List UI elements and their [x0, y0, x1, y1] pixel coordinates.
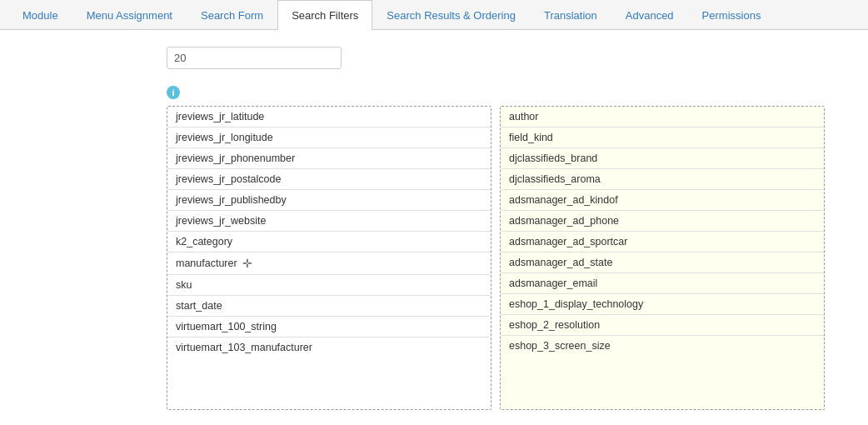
list-item-label: adsmanager_ad_kindof	[509, 194, 618, 206]
list-item-label: adsmanager_ad_sportcar	[509, 236, 627, 248]
list-item-label: sku	[176, 279, 192, 291]
list-item[interactable]: eshop_1_display_technology	[501, 294, 824, 315]
list-item[interactable]: adsmanager_email	[501, 273, 824, 294]
left-list-box[interactable]: jreviews_jr_latitudejreviews_jr_longitud…	[167, 106, 491, 410]
list-item-label: eshop_1_display_technology	[509, 298, 643, 310]
list-item-label: jreviews_jr_phonenumber	[176, 152, 295, 164]
terms-size-input[interactable]	[167, 47, 342, 69]
tab-search-filters[interactable]: Search Filters	[277, 0, 372, 30]
tab-permissions[interactable]: Permissions	[688, 0, 776, 30]
list-item-label: eshop_2_resolution	[509, 319, 600, 331]
list-item[interactable]: jreviews_jr_website	[167, 211, 491, 232]
info-text-row: i	[167, 86, 851, 99]
list-item-label: adsmanager_ad_phone	[509, 215, 619, 227]
list-item-label: adsmanager_ad_state	[509, 257, 612, 268]
filters-content: i jreviews_jr_latitudejreviews_jr_longit…	[167, 86, 851, 410]
search-filters-label	[17, 86, 167, 89]
list-item-label: jreviews_jr_website	[176, 215, 266, 227]
list-item[interactable]: adsmanager_ad_phone	[501, 211, 824, 232]
list-item[interactable]: eshop_3_screen_size	[501, 336, 824, 356]
list-item[interactable]: jreviews_jr_latitude	[167, 107, 491, 128]
list-item[interactable]: virtuemart_103_manufacturer	[167, 338, 491, 358]
terms-size-row	[17, 47, 851, 69]
search-filters-row: i jreviews_jr_latitudejreviews_jr_longit…	[17, 86, 851, 410]
list-item-label: djclassifieds_brand	[509, 152, 597, 164]
tab-search-results-ordering[interactable]: Search Results & Ordering	[372, 0, 530, 30]
right-list-box[interactable]: authorfield_kinddjclassifieds_branddjcla…	[500, 106, 825, 410]
list-item-label: field_kind	[509, 132, 553, 143]
tab-advanced[interactable]: Advanced	[611, 0, 688, 30]
list-item-label: jreviews_jr_publishedby	[176, 194, 287, 206]
list-item[interactable]: jreviews_jr_longitude	[167, 128, 491, 148]
list-item[interactable]: virtuemart_100_string	[167, 317, 491, 338]
list-item[interactable]: author	[501, 107, 824, 128]
list-item-label: jreviews_jr_longitude	[176, 132, 273, 143]
list-item-label: k2_category	[176, 236, 232, 248]
list-item[interactable]: adsmanager_ad_sportcar	[501, 232, 824, 252]
list-item-label: virtuemart_100_string	[176, 321, 277, 332]
tabs-bar: ModuleMenu AssignmentSearch FormSearch F…	[0, 0, 868, 30]
list-item[interactable]: eshop_2_resolution	[501, 315, 824, 336]
tab-search-form[interactable]: Search Form	[187, 0, 277, 30]
drag-icon: ✛	[242, 257, 252, 270]
list-item[interactable]: jreviews_jr_phonenumber	[167, 148, 491, 169]
list-item[interactable]: jreviews_jr_postalcode	[167, 169, 491, 190]
list-item-label: virtuemart_103_manufacturer	[176, 342, 312, 353]
tab-module[interactable]: Module	[8, 0, 72, 30]
list-item[interactable]: k2_category	[167, 232, 491, 252]
list-item[interactable]: djclassifieds_aroma	[501, 169, 824, 190]
list-item[interactable]: adsmanager_ad_kindof	[501, 190, 824, 211]
list-item[interactable]: field_kind	[501, 128, 824, 148]
list-item[interactable]: start_date	[167, 296, 491, 317]
list-item-label: djclassifieds_aroma	[509, 173, 601, 185]
tab-menu-assignment[interactable]: Menu Assignment	[72, 0, 187, 30]
list-item-label: adsmanager_email	[509, 278, 597, 289]
tab-translation[interactable]: Translation	[530, 0, 611, 30]
list-item-label: eshop_3_screen_size	[509, 340, 611, 352]
info-icon: i	[167, 86, 180, 99]
list-item[interactable]: adsmanager_ad_state	[501, 252, 824, 273]
dual-list: jreviews_jr_latitudejreviews_jr_longitud…	[167, 106, 851, 410]
list-item-label: jreviews_jr_postalcode	[176, 173, 281, 185]
list-item-label: author	[509, 111, 538, 122]
list-item-label: jreviews_jr_latitude	[176, 111, 264, 122]
list-item[interactable]: djclassifieds_brand	[501, 148, 824, 169]
list-item[interactable]: sku	[167, 275, 491, 296]
main-content: i jreviews_jr_latitudejreviews_jr_longit…	[0, 30, 868, 425]
list-item[interactable]: manufacturer✛	[167, 252, 491, 275]
list-item-label: manufacturer	[176, 258, 237, 269]
list-item[interactable]: jreviews_jr_publishedby	[167, 190, 491, 211]
list-item-label: start_date	[176, 300, 222, 312]
